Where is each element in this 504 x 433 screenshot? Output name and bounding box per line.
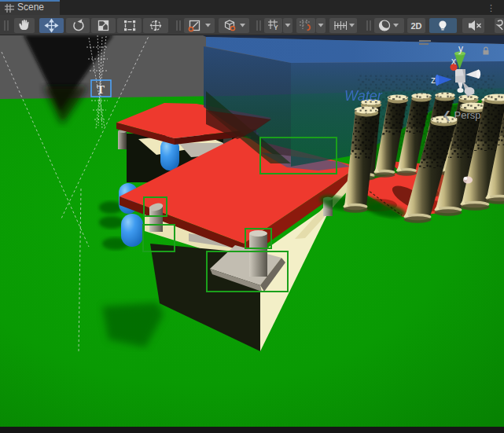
svg-text:z: z bbox=[431, 75, 436, 86]
svg-text:❮ Persp: ❮ Persp bbox=[443, 109, 480, 122]
svg-text:x: x bbox=[451, 56, 456, 67]
svg-text:2D: 2D bbox=[410, 21, 421, 31]
svg-text:T: T bbox=[97, 83, 105, 96]
svg-text:Y: Y bbox=[274, 24, 278, 31]
svg-text:y: y bbox=[458, 43, 463, 54]
svg-text:Water: Water bbox=[344, 88, 383, 104]
